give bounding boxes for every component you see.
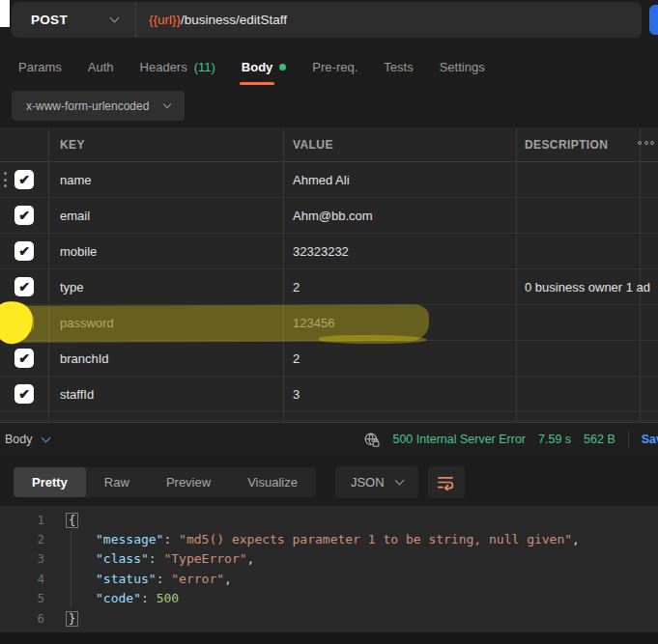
url-bar: POST {{url}}/business/editStaff xyxy=(12,2,642,38)
tab-label: Params xyxy=(18,60,62,74)
request-tabs: ParamsAuthHeaders(11)BodyPre-req.TestsSe… xyxy=(18,55,485,78)
code-line-6: 6} xyxy=(0,608,658,628)
indent-guide xyxy=(71,531,72,608)
code-line-3: 3"class": "TypeError", xyxy=(0,549,658,569)
line-number: 3 xyxy=(0,551,44,566)
tab-params[interactable]: Params xyxy=(18,60,62,74)
cell-key-mobile[interactable]: mobile xyxy=(48,244,283,259)
tab-label: Tests xyxy=(384,60,413,74)
code-line-5: 5"code": 500 xyxy=(0,589,658,608)
row-select-cell: ✔ xyxy=(0,349,48,368)
view-tab-visualize[interactable]: Visualize xyxy=(229,467,316,497)
tab-headers[interactable]: Headers(11) xyxy=(140,60,215,74)
cell-value-password[interactable]: 123456 xyxy=(283,316,516,330)
row-select-cell: ✔ xyxy=(0,277,48,296)
table-row-type: ✔type20 business owner 1 ad xyxy=(0,269,658,305)
row-select-cell: ✔ xyxy=(0,241,48,261)
value-column-header: VALUE xyxy=(283,138,516,152)
row-checkbox-branchId[interactable]: ✔ xyxy=(14,349,34,368)
cell-value-staffId[interactable]: 3 xyxy=(283,387,516,402)
chevron-down-icon xyxy=(110,14,120,23)
response-toolbar: PrettyRawPreviewVisualize JSON xyxy=(14,466,465,498)
description-column-header: DESCRIPTION xyxy=(516,138,658,152)
save-response-button[interactable]: Sav xyxy=(642,433,658,446)
view-tab-raw[interactable]: Raw xyxy=(86,467,148,497)
code-text: "code": 500 xyxy=(44,591,179,605)
code-text: } xyxy=(44,611,78,626)
row-checkbox-staffId[interactable]: ✔ xyxy=(14,384,34,404)
response-body-viewer[interactable]: 1{2"message": "md5() expects parameter 1… xyxy=(0,506,658,632)
cell-key-password[interactable]: password xyxy=(48,316,283,330)
line-number: 5 xyxy=(0,591,44,605)
cell-key-staffId[interactable]: staffId xyxy=(48,387,283,402)
code-text: "message": "md5() expects parameter 1 to… xyxy=(44,532,580,546)
cell-key-email[interactable]: email xyxy=(48,209,283,223)
checkbox-check-icon: ✔ xyxy=(18,387,30,401)
drag-handle-icon[interactable] xyxy=(0,172,7,187)
url-variable: {{url}} xyxy=(149,13,181,27)
wrap-text-button[interactable] xyxy=(428,466,465,498)
cell-value-email[interactable]: Ahm@bb.com xyxy=(283,209,516,223)
checkbox-check-icon: ✔ xyxy=(18,244,30,258)
checkbox-check-icon: ✔ xyxy=(18,209,30,222)
response-stats: 500 Internal Server Error 7.59 s 562 B S… xyxy=(363,431,658,448)
tab-settings[interactable]: Settings xyxy=(440,60,485,74)
view-tab-preview[interactable]: Preview xyxy=(148,467,229,497)
response-view-tabs: PrettyRawPreviewVisualize xyxy=(14,467,316,497)
cell-value-type[interactable]: 2 xyxy=(283,280,516,294)
format-dropdown[interactable]: JSON xyxy=(335,466,418,498)
body-type-dropdown[interactable]: x-www-form-urlencoded xyxy=(12,91,185,121)
tab-label: Settings xyxy=(440,60,485,74)
send-button[interactable] xyxy=(649,5,658,35)
checkbox-check-icon: ✔ xyxy=(18,351,30,365)
headers-count-badge: (11) xyxy=(194,60,215,74)
row-checkbox-type[interactable]: ✔ xyxy=(14,277,34,296)
line-number: 2 xyxy=(0,532,44,546)
row-checkbox-name[interactable]: ✔ xyxy=(14,170,34,189)
table-row-branchId: ✔branchId2 xyxy=(0,341,658,377)
code-text: "class": "TypeError", xyxy=(44,551,254,566)
tab-body[interactable]: Body xyxy=(242,60,287,74)
code-text: { xyxy=(44,513,78,527)
cell-key-name[interactable]: name xyxy=(48,173,283,187)
row-checkbox-password[interactable] xyxy=(14,313,34,332)
cell-value-branchId[interactable]: 2 xyxy=(283,351,516,366)
cell-description-type[interactable]: 0 business owner 1 ad xyxy=(516,280,658,294)
code-line-2: 2"message": "md5() expects parameter 1 t… xyxy=(0,529,658,548)
table-row-name: ✔nameAhmed Ali xyxy=(0,162,658,198)
method-dropdown[interactable]: POST xyxy=(12,2,135,38)
tab-pre-req[interactable]: Pre-req. xyxy=(312,60,358,74)
divider xyxy=(628,431,629,448)
tab-auth[interactable]: Auth xyxy=(88,60,114,74)
line-number: 4 xyxy=(0,572,44,586)
response-time: 7.59 s xyxy=(538,433,571,446)
row-checkbox-email[interactable]: ✔ xyxy=(14,206,34,225)
key-column-header: KEY xyxy=(48,138,283,152)
table-row-staffId: ✔staffId3 xyxy=(0,377,658,412)
format-label: JSON xyxy=(351,475,385,490)
line-number: 6 xyxy=(0,611,44,626)
cell-value-mobile[interactable]: 32323232 xyxy=(283,244,516,259)
view-tab-pretty[interactable]: Pretty xyxy=(14,467,86,497)
tab-tests[interactable]: Tests xyxy=(384,60,413,74)
chevron-down-icon xyxy=(41,433,50,442)
row-checkbox-mobile[interactable]: ✔ xyxy=(14,241,34,261)
code-line-4: 4"status": "error", xyxy=(0,569,658,588)
wrap-text-icon xyxy=(437,474,455,490)
url-input[interactable]: {{url}}/business/editStaff xyxy=(136,13,287,27)
line-number: 1 xyxy=(0,513,44,527)
response-body-dropdown[interactable]: Body xyxy=(5,433,49,446)
table-row-password: password123456 xyxy=(0,305,658,341)
form-rows: ✔nameAhmed Ali✔emailAhm@bb.com✔mobile323… xyxy=(0,162,658,421)
page-background-corner xyxy=(0,0,10,27)
code-text: "status": "error", xyxy=(44,572,232,586)
row-select-cell: ✔ xyxy=(0,170,48,189)
row-select-cell: ✔ xyxy=(0,206,48,225)
table-row-empty-partial xyxy=(0,412,658,421)
cell-key-branchId[interactable]: branchId xyxy=(48,351,283,366)
cell-value-name[interactable]: Ahmed Ali xyxy=(283,173,516,187)
cell-key-type[interactable]: type xyxy=(48,280,283,294)
response-body-label: Body xyxy=(5,433,33,446)
network-globe-lock-icon xyxy=(363,432,380,448)
form-data-table: KEY VALUE DESCRIPTION ✔nameAhmed Ali✔ema… xyxy=(0,127,658,422)
